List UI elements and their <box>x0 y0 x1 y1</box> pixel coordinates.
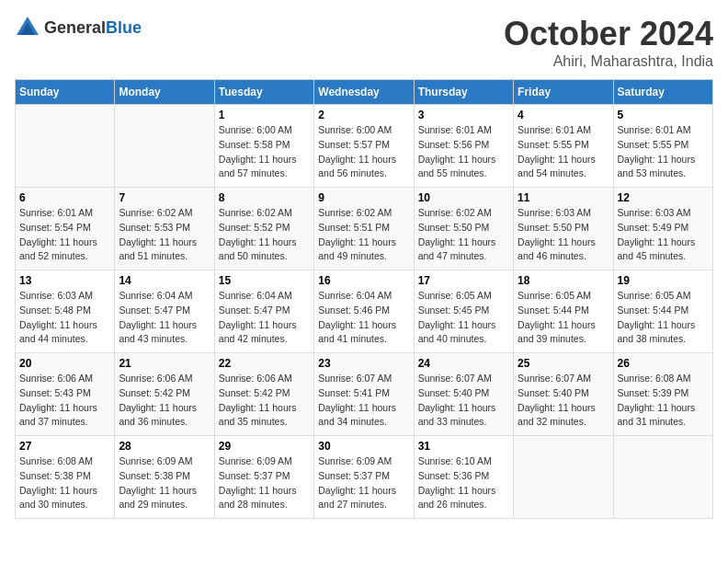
day-info: Sunrise: 6:02 AM Sunset: 5:50 PM Dayligh… <box>418 206 509 264</box>
calendar-week-row: 27Sunrise: 6:08 AM Sunset: 5:38 PM Dayli… <box>16 436 713 519</box>
day-number: 25 <box>518 357 609 370</box>
calendar-cell: 1Sunrise: 6:00 AM Sunset: 5:58 PM Daylig… <box>214 105 313 188</box>
day-info: Sunrise: 6:06 AM Sunset: 5:43 PM Dayligh… <box>19 372 110 430</box>
day-info: Sunrise: 6:05 AM Sunset: 5:44 PM Dayligh… <box>518 289 609 347</box>
calendar-body: 1Sunrise: 6:00 AM Sunset: 5:58 PM Daylig… <box>16 105 713 519</box>
day-info: Sunrise: 6:04 AM Sunset: 5:47 PM Dayligh… <box>219 289 310 347</box>
day-number: 19 <box>618 274 709 287</box>
day-number: 9 <box>318 191 409 204</box>
day-info: Sunrise: 6:07 AM Sunset: 5:41 PM Dayligh… <box>318 372 409 430</box>
calendar-cell: 14Sunrise: 6:04 AM Sunset: 5:47 PM Dayli… <box>115 270 214 353</box>
calendar-cell: 24Sunrise: 6:07 AM Sunset: 5:40 PM Dayli… <box>414 353 513 436</box>
day-info: Sunrise: 6:01 AM Sunset: 5:54 PM Dayligh… <box>19 206 110 264</box>
day-number: 15 <box>219 274 310 287</box>
logo-blue-text: Blue <box>106 18 142 37</box>
calendar-cell: 26Sunrise: 6:08 AM Sunset: 5:39 PM Dayli… <box>613 353 712 436</box>
day-number: 22 <box>219 357 310 370</box>
day-info: Sunrise: 6:07 AM Sunset: 5:40 PM Dayligh… <box>518 372 609 430</box>
day-number: 2 <box>318 109 409 121</box>
day-info: Sunrise: 6:01 AM Sunset: 5:56 PM Dayligh… <box>418 123 509 181</box>
day-info: Sunrise: 6:03 AM Sunset: 5:49 PM Dayligh… <box>618 206 709 264</box>
day-info: Sunrise: 6:02 AM Sunset: 5:53 PM Dayligh… <box>119 206 210 264</box>
day-info: Sunrise: 6:10 AM Sunset: 5:36 PM Dayligh… <box>418 454 509 512</box>
day-info: Sunrise: 6:06 AM Sunset: 5:42 PM Dayligh… <box>119 372 210 430</box>
calendar-cell: 6Sunrise: 6:01 AM Sunset: 5:54 PM Daylig… <box>16 188 115 270</box>
weekday-header-cell: Sunday <box>16 80 115 105</box>
calendar-week-row: 6Sunrise: 6:01 AM Sunset: 5:54 PM Daylig… <box>16 188 713 270</box>
day-number: 14 <box>119 274 210 287</box>
weekday-header-cell: Friday <box>514 80 613 105</box>
day-number: 17 <box>418 274 509 287</box>
page-header: GeneralBlue October 2024 Ahiri, Maharash… <box>15 15 713 70</box>
calendar-cell: 10Sunrise: 6:02 AM Sunset: 5:50 PM Dayli… <box>414 188 513 270</box>
calendar-cell: 30Sunrise: 6:09 AM Sunset: 5:37 PM Dayli… <box>314 436 414 519</box>
calendar-cell: 20Sunrise: 6:06 AM Sunset: 5:43 PM Dayli… <box>16 353 115 436</box>
day-info: Sunrise: 6:00 AM Sunset: 5:58 PM Dayligh… <box>219 123 310 181</box>
day-number: 29 <box>219 440 310 453</box>
day-info: Sunrise: 6:09 AM Sunset: 5:38 PM Dayligh… <box>119 454 210 512</box>
day-info: Sunrise: 6:03 AM Sunset: 5:50 PM Dayligh… <box>518 206 609 264</box>
day-info: Sunrise: 6:07 AM Sunset: 5:40 PM Dayligh… <box>418 372 509 430</box>
calendar-cell: 12Sunrise: 6:03 AM Sunset: 5:49 PM Dayli… <box>613 188 712 270</box>
calendar-cell: 27Sunrise: 6:08 AM Sunset: 5:38 PM Dayli… <box>16 436 115 519</box>
day-number: 1 <box>219 109 310 121</box>
calendar-cell: 23Sunrise: 6:07 AM Sunset: 5:41 PM Dayli… <box>314 353 414 436</box>
weekday-header-row: SundayMondayTuesdayWednesdayThursdayFrid… <box>16 80 713 105</box>
weekday-header-cell: Tuesday <box>214 80 313 105</box>
day-info: Sunrise: 6:05 AM Sunset: 5:45 PM Dayligh… <box>418 289 509 347</box>
day-number: 21 <box>119 357 210 370</box>
day-number: 10 <box>418 191 509 204</box>
calendar-cell <box>514 436 613 519</box>
calendar-cell: 16Sunrise: 6:04 AM Sunset: 5:46 PM Dayli… <box>314 270 414 353</box>
day-number: 11 <box>518 191 609 204</box>
day-number: 20 <box>19 357 110 370</box>
month-title: October 2024 <box>504 15 713 53</box>
calendar-week-row: 13Sunrise: 6:03 AM Sunset: 5:48 PM Dayli… <box>16 270 713 353</box>
calendar-cell: 8Sunrise: 6:02 AM Sunset: 5:52 PM Daylig… <box>214 188 313 270</box>
day-info: Sunrise: 6:04 AM Sunset: 5:46 PM Dayligh… <box>318 289 409 347</box>
title-area: October 2024 Ahiri, Maharashtra, India <box>504 15 713 70</box>
day-info: Sunrise: 6:00 AM Sunset: 5:57 PM Dayligh… <box>318 123 409 181</box>
day-info: Sunrise: 6:09 AM Sunset: 5:37 PM Dayligh… <box>318 454 409 512</box>
calendar-cell: 18Sunrise: 6:05 AM Sunset: 5:44 PM Dayli… <box>514 270 613 353</box>
day-number: 5 <box>618 109 709 121</box>
day-number: 7 <box>119 191 210 204</box>
weekday-header-cell: Thursday <box>414 80 513 105</box>
calendar-cell <box>613 436 712 519</box>
calendar-cell: 13Sunrise: 6:03 AM Sunset: 5:48 PM Dayli… <box>16 270 115 353</box>
logo: GeneralBlue <box>15 15 142 40</box>
logo-general-text: General <box>44 18 106 37</box>
calendar-cell: 5Sunrise: 6:01 AM Sunset: 5:55 PM Daylig… <box>613 105 712 188</box>
calendar-cell: 3Sunrise: 6:01 AM Sunset: 5:56 PM Daylig… <box>414 105 513 188</box>
day-info: Sunrise: 6:08 AM Sunset: 5:39 PM Dayligh… <box>618 372 709 430</box>
day-number: 18 <box>518 274 609 287</box>
calendar-cell: 4Sunrise: 6:01 AM Sunset: 5:55 PM Daylig… <box>514 105 613 188</box>
day-number: 6 <box>19 191 110 204</box>
weekday-header-cell: Monday <box>115 80 214 105</box>
calendar-cell: 31Sunrise: 6:10 AM Sunset: 5:36 PM Dayli… <box>414 436 513 519</box>
calendar-cell: 21Sunrise: 6:06 AM Sunset: 5:42 PM Dayli… <box>115 353 214 436</box>
day-number: 16 <box>318 274 409 287</box>
calendar-cell: 11Sunrise: 6:03 AM Sunset: 5:50 PM Dayli… <box>514 188 613 270</box>
day-number: 27 <box>19 440 110 453</box>
calendar-cell: 29Sunrise: 6:09 AM Sunset: 5:37 PM Dayli… <box>214 436 313 519</box>
day-info: Sunrise: 6:05 AM Sunset: 5:44 PM Dayligh… <box>618 289 709 347</box>
day-info: Sunrise: 6:01 AM Sunset: 5:55 PM Dayligh… <box>618 123 709 181</box>
day-info: Sunrise: 6:04 AM Sunset: 5:47 PM Dayligh… <box>119 289 210 347</box>
calendar-cell <box>115 105 214 188</box>
day-number: 4 <box>518 109 609 121</box>
day-info: Sunrise: 6:01 AM Sunset: 5:55 PM Dayligh… <box>518 123 609 181</box>
day-info: Sunrise: 6:02 AM Sunset: 5:51 PM Dayligh… <box>318 206 409 264</box>
day-number: 12 <box>618 191 709 204</box>
calendar-table: SundayMondayTuesdayWednesdayThursdayFrid… <box>15 79 713 519</box>
calendar-cell: 9Sunrise: 6:02 AM Sunset: 5:51 PM Daylig… <box>314 188 414 270</box>
calendar-week-row: 20Sunrise: 6:06 AM Sunset: 5:43 PM Dayli… <box>16 353 713 436</box>
day-number: 31 <box>418 440 509 453</box>
calendar-cell: 22Sunrise: 6:06 AM Sunset: 5:42 PM Dayli… <box>214 353 313 436</box>
calendar-cell: 17Sunrise: 6:05 AM Sunset: 5:45 PM Dayli… <box>414 270 513 353</box>
day-number: 23 <box>318 357 409 370</box>
calendar-cell: 15Sunrise: 6:04 AM Sunset: 5:47 PM Dayli… <box>214 270 313 353</box>
day-number: 30 <box>318 440 409 453</box>
day-number: 28 <box>119 440 210 453</box>
location-title: Ahiri, Maharashtra, India <box>504 53 713 70</box>
